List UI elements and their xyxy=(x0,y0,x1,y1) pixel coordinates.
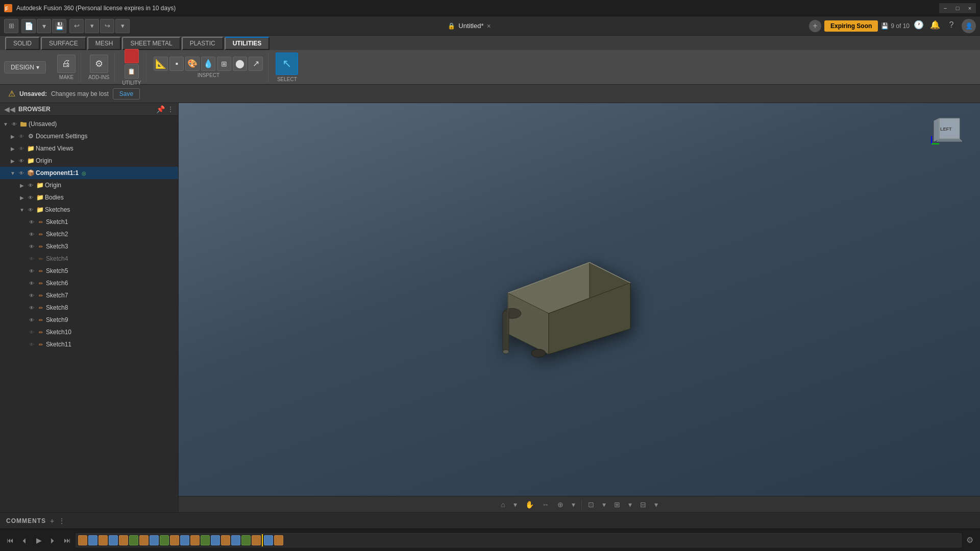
tl-item-20[interactable] xyxy=(274,535,283,545)
origin-visibility-icon[interactable]: 👁 xyxy=(17,157,26,165)
tree-component1[interactable]: ▼ 👁 📦 Component1:1 ◎ xyxy=(0,167,178,179)
component1-pin-icon[interactable]: ◎ xyxy=(82,170,86,176)
user-avatar[interactable]: 👤 xyxy=(962,19,976,33)
comp-origin-visibility-icon[interactable]: 👁 xyxy=(27,181,35,189)
inspect-sphere[interactable]: ⬤ xyxy=(233,57,247,71)
tl-item-6[interactable] xyxy=(129,535,138,545)
utility-btn2[interactable]: 📋 xyxy=(125,64,139,79)
tab-surface[interactable]: SURFACE xyxy=(41,37,86,50)
open-file-button[interactable]: ▾ xyxy=(37,19,51,33)
tree-named-views[interactable]: ▶ 👁 📁 Named Views xyxy=(0,142,178,155)
tree-sketch4[interactable]: 👁 ✏ Sketch4 xyxy=(0,253,178,265)
tree-doc-settings[interactable]: ▶ 👁 ⚙ Document Settings xyxy=(0,130,178,142)
tree-sketch10[interactable]: 👁 ✏ Sketch10 xyxy=(0,326,178,338)
timeline-settings-button[interactable]: ⚙ xyxy=(964,534,976,546)
tab-utilities[interactable]: UTILITIES xyxy=(225,37,270,50)
viewcube[interactable]: LEFT xyxy=(929,108,970,149)
notification-button[interactable]: 🔔 xyxy=(929,19,941,31)
inspect-arrow[interactable]: ↗ xyxy=(249,57,263,71)
tree-sketch8[interactable]: 👁 ✏ Sketch8 xyxy=(0,302,178,314)
tree-root[interactable]: ▼ 👁 (Unsaved) xyxy=(0,118,178,130)
expiring-soon-button[interactable]: Expiring Soon xyxy=(824,20,878,32)
zoom-dropdown[interactable]: ▾ xyxy=(570,499,577,510)
tree-comp-origin[interactable]: ▶ 👁 📁 Origin xyxy=(0,179,178,191)
sketch8-visibility-icon[interactable]: 👁 xyxy=(28,304,36,312)
root-visibility-icon[interactable]: 👁 xyxy=(10,120,18,128)
maximize-button[interactable]: □ xyxy=(951,3,964,13)
tl-item-11[interactable] xyxy=(180,535,189,545)
tl-item-8[interactable] xyxy=(150,535,159,545)
timeline-prev-button[interactable]: ⏴ xyxy=(18,534,31,546)
home-view-button[interactable]: ⌂ xyxy=(499,499,507,510)
tab-sheet-metal[interactable]: SHEET METAL xyxy=(122,37,180,50)
new-tab-button[interactable]: + xyxy=(809,20,821,32)
browser-more-button[interactable]: ⋮ xyxy=(167,105,174,113)
sketch1-visibility-icon[interactable]: 👁 xyxy=(28,218,36,226)
tree-sketch9[interactable]: 👁 ✏ Sketch9 xyxy=(0,314,178,326)
sketch10-visibility-icon[interactable]: 👁 xyxy=(28,328,36,336)
tl-item-1[interactable] xyxy=(78,535,87,545)
tree-sketch2[interactable]: 👁 ✏ Sketch2 xyxy=(0,228,178,240)
timeline-end-button[interactable]: ⏭ xyxy=(61,534,74,546)
make-button[interactable]: 🖨 xyxy=(57,55,76,73)
app-grid-button[interactable]: ⊞ xyxy=(4,19,18,33)
inspect-color[interactable]: 🎨 xyxy=(185,57,200,71)
sketch7-visibility-icon[interactable]: 👁 xyxy=(28,291,36,299)
inspect-box[interactable]: ▪ xyxy=(169,57,184,71)
grid-dropdown[interactable]: ▾ xyxy=(626,499,634,510)
inspect-spray[interactable]: 💧 xyxy=(201,57,215,71)
tree-sketch1[interactable]: 👁 ✏ Sketch1 xyxy=(0,216,178,228)
undo-dropdown[interactable]: ▾ xyxy=(85,19,99,33)
vp-dropdown[interactable]: ▾ xyxy=(511,499,519,510)
tree-bodies[interactable]: ▶ 👁 📁 Bodies xyxy=(0,191,178,204)
timeline-start-button[interactable]: ⏮ xyxy=(4,534,16,546)
tree-sketch3[interactable]: 👁 ✏ Sketch3 xyxy=(0,240,178,253)
save-button[interactable]: Save xyxy=(113,88,140,99)
save-file-button[interactable]: 💾 xyxy=(52,19,66,33)
viewport[interactable]: LEFT ⌂ ▾ ✋ ↔ ⊕ ▾ ⊡ ▾ ⊞ ▾ ⊟ ▾ xyxy=(179,103,980,512)
tl-item-18[interactable] xyxy=(252,535,261,545)
timeline-play-button[interactable]: ▶ xyxy=(33,534,45,546)
redo-button[interactable]: ↪ xyxy=(100,19,114,33)
sketch9-visibility-icon[interactable]: 👁 xyxy=(28,316,36,324)
tl-item-7[interactable] xyxy=(139,535,149,545)
tl-item-16[interactable] xyxy=(231,535,240,545)
sketch5-visibility-icon[interactable]: 👁 xyxy=(28,267,36,275)
sketch4-visibility-icon[interactable]: 👁 xyxy=(28,255,36,263)
tl-item-4[interactable] xyxy=(109,535,118,545)
inspect-grid[interactable]: ⊞ xyxy=(217,57,231,71)
help-button[interactable]: ? xyxy=(945,19,958,31)
tab-mesh[interactable]: MESH xyxy=(87,37,121,50)
comments-more-button[interactable]: ⋮ xyxy=(58,517,65,525)
orbit-button[interactable]: ✋ xyxy=(523,499,536,510)
tl-item-5[interactable] xyxy=(119,535,128,545)
sketch11-visibility-icon[interactable]: 👁 xyxy=(28,340,36,348)
display-mode-button[interactable]: ⊡ xyxy=(586,499,596,510)
clock-icon-button[interactable]: 🕐 xyxy=(913,19,925,31)
close-button[interactable]: × xyxy=(964,3,976,13)
sketch6-visibility-icon[interactable]: 👁 xyxy=(28,279,36,287)
minimize-button[interactable]: − xyxy=(939,3,951,13)
tl-item-9[interactable] xyxy=(160,535,169,545)
tl-item-13[interactable] xyxy=(201,535,210,545)
timeline-track[interactable] xyxy=(76,533,962,547)
grid-button[interactable]: ⊞ xyxy=(612,499,622,510)
sketch2-visibility-icon[interactable]: 👁 xyxy=(28,230,36,238)
tl-item-15[interactable] xyxy=(221,535,230,545)
view-options-dropdown[interactable]: ▾ xyxy=(652,499,660,510)
bodies-visibility-icon[interactable]: 👁 xyxy=(27,193,35,202)
display-dropdown[interactable]: ▾ xyxy=(600,499,608,510)
tree-sketch5[interactable]: 👁 ✏ Sketch5 xyxy=(0,265,178,277)
tab-solid[interactable]: SOLID xyxy=(5,37,40,50)
view-options-button[interactable]: ⊟ xyxy=(638,499,648,510)
zoom-button[interactable]: ⊕ xyxy=(555,499,566,510)
collapse-browser-button[interactable]: ◀◀ xyxy=(4,105,15,113)
tl-item-2[interactable] xyxy=(88,535,97,545)
sketch3-visibility-icon[interactable]: 👁 xyxy=(28,242,36,251)
redo-dropdown[interactable]: ▾ xyxy=(115,19,130,33)
utility-btn1[interactable] xyxy=(125,49,139,63)
sketches-visibility-icon[interactable]: 👁 xyxy=(27,206,35,214)
design-button[interactable]: DESIGN ▾ xyxy=(4,61,46,73)
tl-item-10[interactable] xyxy=(170,535,179,545)
tl-item-3[interactable] xyxy=(99,535,108,545)
